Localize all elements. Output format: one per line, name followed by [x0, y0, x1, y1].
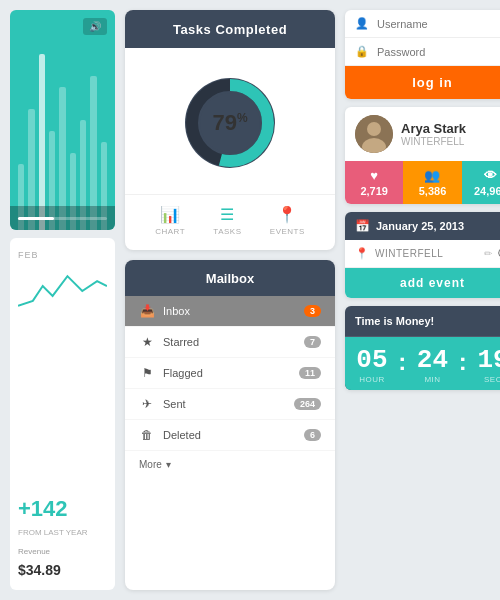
sent-label: Sent	[163, 398, 286, 410]
edit-icons: ✏ 💬	[484, 248, 500, 259]
middle-column: Tasks Completed 79%	[125, 10, 335, 590]
username-input[interactable]	[377, 18, 500, 30]
revenue-value: $34.89	[18, 562, 107, 578]
starred-icon: ★	[139, 335, 155, 349]
chart-label: CHART	[155, 227, 185, 236]
hours-value: 05	[356, 347, 387, 373]
big-number: +142	[18, 496, 107, 522]
mail-sent[interactable]: ✈ Sent 264	[125, 389, 335, 420]
profile-header: Arya Stark Winterfell	[345, 107, 500, 161]
hours-label: HOUR	[359, 375, 385, 384]
calendar-icon: 📅	[355, 219, 370, 233]
edit-icon[interactable]: ✏	[484, 248, 492, 259]
sent-icon: ✈	[139, 397, 155, 411]
timer-header: Time is Money! +	[345, 306, 500, 337]
flagged-label: Flagged	[163, 367, 291, 379]
likes-stat[interactable]: ♥ 2,719	[345, 161, 403, 204]
speaker-icon[interactable]: 🔊	[83, 18, 107, 35]
mail-deleted[interactable]: 🗑 Deleted 6	[125, 420, 335, 451]
bar-chart	[10, 10, 115, 230]
flagged-icon: ⚑	[139, 366, 155, 380]
mailbox-header: Mailbox	[125, 260, 335, 296]
event-header: 📅 January 25, 2013	[345, 212, 500, 240]
timer-secs: 19 SEC	[477, 347, 500, 384]
timer-title: Time is Money!	[355, 315, 434, 327]
password-row: 🔒	[345, 38, 500, 66]
chart-icon: 📊	[160, 205, 180, 224]
inbox-label: Inbox	[163, 305, 296, 317]
location-icon: 📍	[355, 247, 369, 260]
deleted-icon: 🗑	[139, 428, 155, 442]
revenue-label: Revenue	[18, 547, 107, 556]
from-last-label: FROM LAST YEAR	[18, 528, 107, 537]
timer-card: Time is Money! + 05 HOUR : 24 MIN : 19 S…	[345, 306, 500, 390]
avatar	[355, 115, 393, 153]
sent-badge: 264	[294, 398, 321, 410]
events-icon: 📍	[277, 205, 297, 224]
mailbox-title: Mailbox	[206, 271, 254, 286]
timer-hours: 05 HOUR	[356, 347, 387, 384]
username-row: 👤	[345, 10, 500, 38]
more-link[interactable]: More ▾	[125, 451, 335, 478]
timer-body: 05 HOUR : 24 MIN : 19 SEC	[345, 337, 500, 390]
mins-label: MIN	[424, 375, 440, 384]
mailbox-card: Mailbox 📥 Inbox 3 ★ Starred 7 ⚑ Flagged …	[125, 260, 335, 590]
music-widget: 🔊	[10, 10, 115, 230]
add-event-button[interactable]: add event	[345, 268, 500, 298]
deleted-label: Deleted	[163, 429, 296, 441]
mail-inbox[interactable]: 📥 Inbox 3	[125, 296, 335, 327]
tasks-completed-card: Tasks Completed 79%	[125, 10, 335, 250]
colon-2: :	[459, 348, 467, 376]
tasks-icon-col[interactable]: ☰ TASKS	[213, 205, 241, 236]
secs-label: SEC	[484, 375, 500, 384]
login-card: 👤 🔒 log in	[345, 10, 500, 99]
profile-name: Arya Stark	[401, 121, 466, 136]
flagged-badge: 11	[299, 367, 321, 379]
left-column: 🔊 FEB +142 FROM LAST YEAR Revenue $34.89	[10, 10, 115, 590]
heart-icon: ♥	[370, 168, 378, 183]
mail-starred[interactable]: ★ Starred 7	[125, 327, 335, 358]
right-column: 👤 🔒 log in Arya Stark	[345, 10, 500, 590]
user-icon: 👤	[355, 17, 369, 30]
profile-subtitle: Winterfell	[401, 136, 466, 147]
tasks-title: Tasks Completed	[173, 22, 287, 37]
more-text: More	[139, 459, 162, 470]
event-card: 📅 January 25, 2013 📍 WINTERFELL ✏ 💬 add …	[345, 212, 500, 298]
mins-value: 24	[417, 347, 448, 373]
events-icon-col[interactable]: 📍 EVENTS	[270, 205, 305, 236]
followers-count: 5,386	[419, 185, 447, 197]
tasks-icon: ☰	[220, 205, 234, 224]
mail-flagged[interactable]: ⚑ Flagged 11	[125, 358, 335, 389]
location-text: WINTERFELL	[375, 248, 478, 259]
views-stat[interactable]: 👁 24,963	[462, 161, 500, 204]
donut-chart-container: 79%	[125, 48, 335, 188]
timer-mins: 24 MIN	[417, 347, 448, 384]
inbox-icon: 📥	[139, 304, 155, 318]
svg-point-5	[367, 122, 381, 136]
percent-value: 79%	[212, 110, 247, 135]
chart-icon-col[interactable]: 📊 CHART	[155, 205, 185, 236]
event-date: January 25, 2013	[376, 220, 464, 232]
event-location-row: 📍 WINTERFELL ✏ 💬	[345, 240, 500, 268]
likes-count: 2,719	[360, 185, 388, 197]
starred-label: Starred	[163, 336, 296, 348]
password-input[interactable]	[377, 46, 500, 58]
chevron-down-icon: ▾	[166, 459, 171, 470]
month-label: FEB	[18, 250, 107, 260]
login-button[interactable]: log in	[345, 66, 500, 99]
profile-info: Arya Stark Winterfell	[401, 121, 466, 147]
followers-stat[interactable]: 👥 5,386	[403, 161, 461, 204]
colon-1: :	[398, 348, 406, 376]
profile-card: Arya Stark Winterfell ♥ 2,719 👥 5,386 👁 …	[345, 107, 500, 204]
line-chart-area	[18, 266, 107, 486]
starred-badge: 7	[304, 336, 321, 348]
secs-value: 19	[477, 347, 500, 373]
tasks-icons-row: 📊 CHART ☰ TASKS 📍 EVENTS	[125, 194, 335, 250]
tasks-label: TASKS	[213, 227, 241, 236]
deleted-badge: 6	[304, 429, 321, 441]
views-count: 24,963	[474, 185, 500, 197]
stats-widget: FEB +142 FROM LAST YEAR Revenue $34.89	[10, 238, 115, 590]
profile-stats: ♥ 2,719 👥 5,386 👁 24,963	[345, 161, 500, 204]
eye-icon: 👁	[484, 168, 497, 183]
audio-slider[interactable]	[10, 206, 115, 230]
